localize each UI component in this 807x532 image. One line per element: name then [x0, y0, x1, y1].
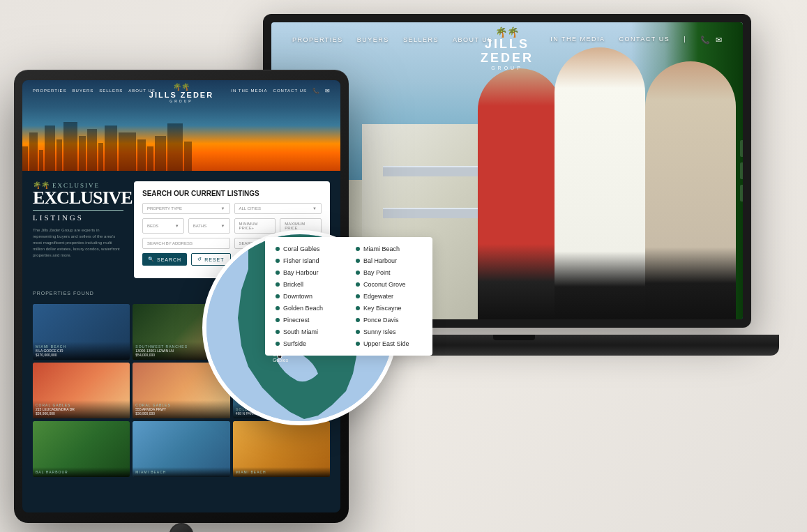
tablet-group: GROUP [149, 99, 213, 103]
tab-phone-icon[interactable]: 📞 [312, 88, 319, 94]
person-right [645, 61, 736, 319]
tablet-nav-left: PROPERTIES BUYERS SELLERS ABOUT US [33, 89, 156, 93]
tab-nav-buyers[interactable]: BUYERS [73, 89, 94, 93]
building-3 [39, 150, 43, 171]
prop-card-8[interactable]: MIAMI BEACH [133, 421, 229, 477]
all-cities-field[interactable]: ALL CITIES ▼ [234, 203, 322, 214]
nav-separator: | [684, 36, 686, 45]
prop-card-7[interactable]: BAL HARBOUR [33, 421, 130, 477]
city-ponce-davis[interactable]: Ponce Davis [356, 315, 422, 325]
exclusive-left-panel: 🌴🌴 EXCLUSIVE EXCLUSIVE LISTINGS The Jill… [33, 181, 123, 278]
prop-overlay-9: MIAMI BEACH [233, 467, 330, 477]
scene: PROPERTIES BUYERS SELLERS ABOUT US 🌴🌴 JI… [0, 0, 807, 532]
tablet-logo: 🌴🌴 JILLS ZEDER GROUP [149, 83, 213, 103]
baths-field[interactable]: BATHS ▼ [188, 218, 230, 234]
tab-nav-contact[interactable]: CONTACT US [273, 89, 307, 93]
tablet-nav-right: IN THE MEDIA CONTACT US 📞 ✉ [231, 88, 330, 94]
city-dot [356, 342, 360, 346]
property-type-arrow: ▼ [221, 206, 225, 211]
beds-field[interactable]: BEDS ▼ [142, 218, 184, 234]
city-label: Bay Harbour [283, 269, 319, 276]
city-south-miami[interactable]: South Miami [276, 327, 342, 337]
city-dot [276, 247, 280, 251]
city-label: Coral Gables [283, 245, 320, 252]
person-center [555, 47, 645, 319]
nav-sellers[interactable]: SELLERS [403, 36, 439, 43]
city-surfside[interactable]: Surfside [276, 339, 342, 349]
tab-nav-media[interactable]: IN THE MEDIA [231, 89, 267, 93]
city-key-biscayne[interactable]: Key Biscayne [356, 303, 422, 313]
property-type-field[interactable]: PROPERTY TYPE ▼ [142, 203, 230, 214]
city-label: Fisher Island [283, 257, 319, 264]
city-dot [276, 259, 280, 263]
nav-properties[interactable]: PROPERTIES [292, 36, 343, 43]
youtube-icon[interactable]: ▶ [740, 162, 743, 179]
tablet-brand: JILLS ZEDER [149, 91, 213, 99]
city-label: Key Biscayne [363, 305, 402, 312]
facebook-icon[interactable]: f [740, 140, 743, 157]
city-dot [356, 318, 360, 322]
prop-price-1: $170,000,000 [36, 353, 127, 357]
city-label: Golden Beach [283, 305, 323, 312]
city-pinecrest[interactable]: Pinecrest [276, 315, 342, 325]
city-label: Pinecrest [283, 317, 310, 324]
prop-card-9[interactable]: MIAMI BEACH [233, 421, 330, 477]
city-dot [356, 247, 360, 251]
tab-nav-sellers[interactable]: SELLERS [99, 89, 123, 93]
social-icons: f ▶ in [740, 140, 743, 202]
search-button[interactable]: 🔍 SEARCH [142, 253, 187, 266]
laptop-hinge [493, 335, 535, 340]
city-label: Sunny Isles [363, 328, 396, 335]
city-upper-east-side[interactable]: Upper East Side [356, 339, 422, 349]
city-label: Surfside [283, 340, 306, 347]
city-downtown[interactable]: Downtown [276, 291, 342, 301]
brand-name: JILLSZEDER [481, 38, 534, 66]
building-11 [119, 132, 136, 171]
city-bal-harbour[interactable]: Bal Harbour [356, 256, 422, 266]
city-brickell[interactable]: Brickell [276, 280, 342, 289]
building-1 [22, 146, 28, 171]
city-label: Miami Beach [363, 245, 400, 252]
exclusive-word: EXCLUSIVE [33, 189, 123, 207]
city-coconut-grove[interactable]: Coconut Grove [356, 280, 422, 289]
search-title: SEARCH OUR CURRENT LISTINGS [142, 190, 322, 197]
tablet-header: PROPERTIES BUYERS SELLERS ABOUT US 🌴🌴 JI… [22, 80, 340, 171]
city-golden-beach[interactable]: Golden Beach [276, 303, 342, 313]
prop-location-9: MIAMI BEACH [236, 470, 327, 474]
building-12 [137, 139, 146, 171]
city-label: Edgewater [363, 293, 393, 300]
nav-contact-icons: 📞 ✉ [700, 36, 722, 45]
linkedin-icon[interactable]: in [740, 185, 743, 202]
min-price-field[interactable]: MINIMUM PRICE+ [234, 218, 276, 234]
tablet-home-button[interactable] [169, 523, 194, 532]
nav-contact[interactable]: CONTACT US [619, 36, 670, 45]
building-15 [167, 123, 183, 171]
city-bay-point[interactable]: Bay Point [356, 268, 422, 278]
person-left [478, 68, 561, 319]
min-price-label: MINIMUM PRICE+ [239, 222, 271, 230]
building-9 [98, 143, 103, 171]
city-miami-beach[interactable]: Miami Beach [356, 244, 422, 254]
city-edgewater[interactable]: Edgewater [356, 291, 422, 301]
prop-card-1[interactable]: MIAMI BEACH 8 LA GORCE CIR $170,000,000 [33, 304, 130, 360]
city-fisher-island[interactable]: Fisher Island [276, 256, 342, 266]
building-6 [63, 122, 77, 171]
tab-email-icon[interactable]: ✉ [325, 88, 330, 94]
phone-icon[interactable]: 📞 [700, 36, 710, 45]
building-4 [45, 126, 55, 171]
prop-card-4[interactable]: CORAL GABLES 215 LEUCADENDRA DR $39,900,… [33, 363, 130, 418]
nav-in-the-media[interactable]: IN THE MEDIA [550, 36, 605, 45]
address-label: SEARCH BY ADDRESS [147, 241, 193, 245]
svg-text:Gables: Gables [273, 358, 289, 363]
building-16 [184, 142, 192, 171]
tab-nav-properties[interactable]: PROPERTIES [33, 89, 67, 93]
nav-buyers[interactable]: BUYERS [357, 36, 389, 43]
baths-arrow: ▼ [221, 224, 225, 228]
email-icon[interactable]: ✉ [716, 36, 722, 45]
city-sunny-isles[interactable]: Sunny Isles [356, 327, 422, 337]
city-coral-gables[interactable]: Coral Gables [276, 244, 342, 254]
person-center-shape [555, 47, 645, 319]
search-icon: 🔍 [148, 257, 155, 262]
city-bay-harbour[interactable]: Bay Harbour [276, 268, 342, 278]
building-5 [56, 139, 62, 171]
